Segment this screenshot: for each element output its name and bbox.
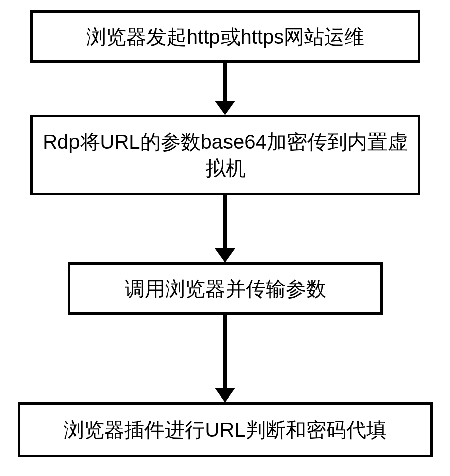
flow-node-3: 调用浏览器并传输参数 <box>68 262 383 315</box>
flowchart-canvas: 浏览器发起http或https网站运维 Rdp将URL的参数base64加密传到… <box>0 0 450 476</box>
flow-node-2-text: Rdp将URL的参数base64加密传到内置虚拟机 <box>42 129 409 181</box>
flow-node-1-text: 浏览器发起http或https网站运维 <box>86 24 364 50</box>
flow-node-3-text: 调用浏览器并传输参数 <box>125 276 326 302</box>
flow-arrow-1 <box>215 63 235 115</box>
flow-node-4-text: 浏览器插件进行URL判断和密码代填 <box>64 417 386 443</box>
flow-node-2: Rdp将URL的参数base64加密传到内置虚拟机 <box>30 115 420 195</box>
flow-arrow-3 <box>215 315 235 402</box>
flow-node-4: 浏览器插件进行URL判断和密码代填 <box>18 402 433 457</box>
flow-arrow-2 <box>215 195 235 262</box>
flow-node-1: 浏览器发起http或https网站运维 <box>30 10 420 63</box>
